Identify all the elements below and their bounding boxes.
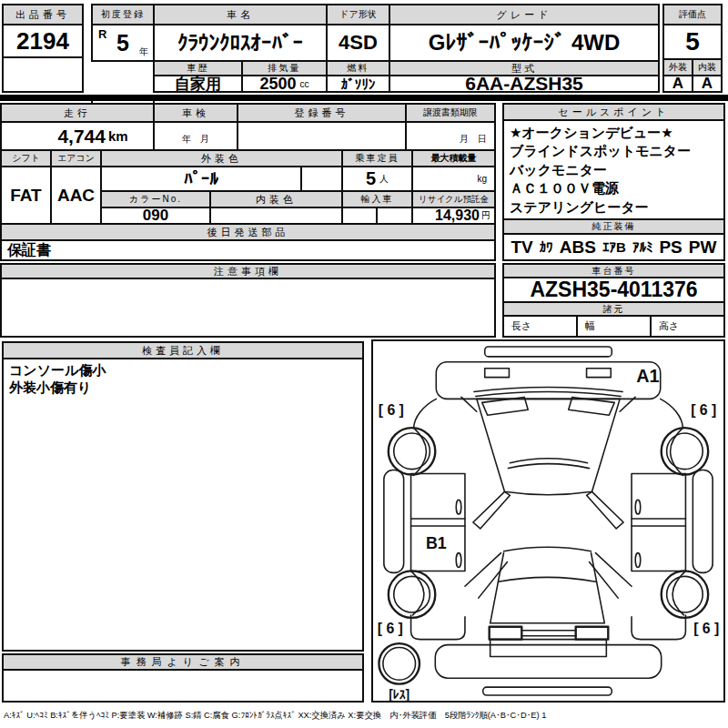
displacement-value: 2500 [259,75,296,93]
recycle-cell: 14,930 円 [411,207,496,225]
transfer-deadline-cell: 月 日 [405,121,496,151]
wheel-rear-right [662,571,708,617]
equipment-item: ｴｱB [602,239,626,255]
inspector-note-line: コンソール傷小 [9,361,106,379]
capacity-value: 5 [366,168,376,189]
auction-no-header: 出品番号 [2,4,84,25]
equipment-item: PS [659,238,682,258]
recycle-header: リサイクル預託金 [411,190,496,208]
equipment-item: ABS [560,238,596,258]
grade-header: グレード [389,4,660,25]
car-damage-diagram: A1 B1 [ 6 ] [ 6 ] [ 6 ] [ 6 ] [ﾚｽ] [371,339,725,703]
chassis-no-value: AZSH35-4011376 [502,277,725,303]
sales-point-line: ステアリングヒーター [510,198,649,217]
notes-box [0,278,496,338]
first-reg-era: R [98,27,106,41]
reg-no-header: 登録番号 [237,103,407,123]
score-header: 評価点 [662,4,723,25]
first-reg-header: 初度登録 [91,4,155,25]
wheel-rear-left [389,571,435,617]
interior-color-header: 内装色 [209,190,343,208]
rear-bumper [435,645,661,679]
spec-length-cell: 長さ [502,315,578,338]
section-divider-band [0,95,728,101]
roof-rear-arc [504,547,592,551]
car-name-header: 車名 [153,4,328,25]
max-load-header: 最大積載量 [411,149,496,167]
interior-grade-header: 内装 [692,58,723,76]
later-parts-value: 保証書 [0,239,496,261]
exterior-color-header: 外装色 [100,149,343,167]
damage-mark-front-bumper: A1 [636,366,659,386]
door-handle-rear-left [456,553,461,568]
max-load-cell: kg [411,166,496,192]
car-side-sections [384,470,713,573]
wiper-right [569,397,614,415]
exterior-grade-value: A [662,75,693,93]
equipment-item: TV [511,238,533,258]
wheel-front-right [662,428,708,474]
rocker-panel-left [384,470,404,573]
capacity-header: 乗車定員 [341,149,413,167]
inspection-header: 車検 [153,103,238,123]
spare-tire-mark: [ﾚｽ] [389,687,410,701]
wheel-front-right-inner [667,433,703,470]
car-name-value: ｸﾗｳﾝｸﾛｽｵｰﾊﾞｰ [153,24,328,62]
spare-tire [379,643,420,684]
wheel-front-left [389,428,435,474]
fuel-value: ｶﾞｿﾘﾝ [326,75,390,93]
sales-points-box: ★オークションデビュー★ ブラインドスポットモニター バックモニター ＡＣ１００… [502,119,725,220]
score-value: 5 [662,24,723,60]
damage-code-legend: A:ｷｽﾞ U:ﾍｺﾐ B:ｷｽﾞを伴うﾍｺﾐ P:要塗装 W:補修跡 S:錆 … [4,710,726,722]
inspection-cell: 年 月 [153,121,238,151]
first-reg-year: 5 [116,30,129,56]
rear-bumper-lip [483,687,612,695]
reg-no-cell [237,121,407,151]
exterior-grade-header: 外装 [662,58,693,76]
recycle-unit: 円 [481,209,490,222]
office-notice-box [2,669,364,703]
door-split-right [632,519,685,526]
recycle-value: 14,930 [435,207,480,224]
license-bracket-left [490,627,522,640]
auction-no-empty-cell [2,56,84,93]
damage-mark-left-door: B1 [426,534,447,552]
equipment-item: PW [689,238,717,258]
displacement-cell: 2500 cc [241,75,328,93]
door-handle-front-right [635,500,641,514]
shift-value: FAT [0,166,52,225]
import-car-cell-2 [376,207,413,225]
later-parts-header: 後日発送部品 [0,223,496,241]
door-split-left [411,519,465,526]
door-handle-rear-right [635,553,641,568]
tire-depth-rear-left: [ 6 ] [378,621,403,636]
spec-height-cell: 高さ [650,315,725,338]
transfer-deadline-header: 譲渡書類期限 [405,103,496,123]
roof-front-arc [510,459,587,463]
shift-header: シフト [0,149,52,167]
door-value: 4SD [326,24,390,62]
first-reg-year-unit: 年 [139,46,148,58]
spare-tire-inner [383,648,416,681]
sales-point-line: ★オークションデビュー★ [510,124,673,142]
interior-grade-value: A [692,75,723,93]
sales-point-line: バックモニター [510,161,607,179]
c-pillar-left [465,553,508,598]
wiper-left [482,397,528,415]
sales-point-line: ブラインドスポットモニター [510,142,691,160]
exterior-color-suffix-cell [300,166,343,192]
inspector-notes-header: 検査員記入欄 [2,341,364,359]
rocker-panel-right [693,470,713,573]
tire-depth-front-right: [ 6 ] [691,402,716,418]
factory-equipment-row: TV ｶﾜ ABS ｴｱB ｱﾙﾐ PS PW [502,233,725,261]
license-bracket-right [576,627,609,640]
sales-point-line: ＡＣ１００Ｖ電源 [510,179,619,197]
door-handle-front-left [456,500,461,514]
aircon-header: エアコン [50,149,102,167]
front-door-slant-left [473,491,511,529]
capacity-unit: 人 [379,173,389,186]
exterior-color-value: ﾊﾟｰﾙ [100,166,302,192]
wheel-front-left-inner [394,433,430,470]
mileage-cell: 4,744 km [0,121,155,151]
import-car-cell-1 [341,207,378,225]
